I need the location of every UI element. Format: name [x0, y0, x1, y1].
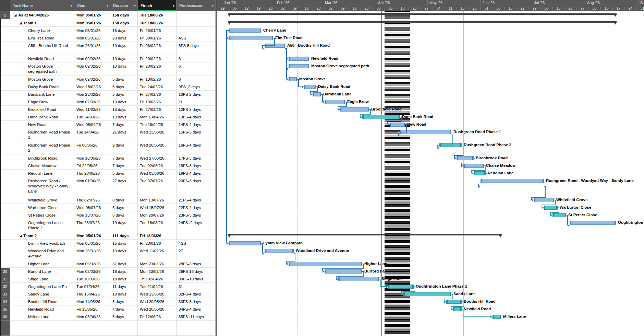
table-row[interactable]: Moston GroveMon 09/02/265 daysFri 13/02/…	[0, 76, 216, 83]
column-header-task-name[interactable]: Task Name▾	[10, 0, 74, 11]
gantt-bar[interactable]	[338, 277, 379, 281]
timeline-week-label: 27	[576, 5, 588, 11]
table-row[interactable]: Cherry LaneMon 05/01/2615 daysFri 23/01/…	[0, 27, 216, 34]
gantt-bar[interactable]	[534, 198, 554, 202]
gantt-bar[interactable]	[388, 285, 414, 289]
timeline-month-label: May '26	[429, 0, 442, 5]
link-line	[463, 148, 463, 155]
summary-bar[interactable]	[228, 13, 617, 15]
gantt-bar[interactable]	[493, 315, 501, 319]
predecessors-cell	[177, 328, 216, 336]
gantt-bar[interactable]	[400, 130, 451, 134]
row-number-header[interactable]	[0, 0, 10, 11]
bar-end-cap	[484, 172, 485, 175]
row-number: 30	[0, 268, 10, 275]
timeline-week-label: 02	[325, 5, 337, 11]
column-header-start[interactable]: Start▾	[74, 0, 110, 11]
table-row[interactable]: A56 - Booths Hill RoadMon 26/01/2610 day…	[0, 42, 216, 55]
table-row[interactable]: 33Sandy LaneThu 16/04/2619 daysWed 13/05…	[0, 290, 216, 298]
gantt-bar[interactable]	[457, 156, 474, 160]
table-row[interactable]: 30Burford LaneMon 02/03/2616 daysMon 23/…	[0, 268, 216, 275]
gantt-bar[interactable]	[570, 221, 616, 225]
gantt-bar[interactable]	[304, 85, 316, 89]
expand-collapse-icon[interactable]: ◢	[20, 21, 22, 26]
gantt-bar[interactable]	[265, 249, 294, 253]
gantt-bar[interactable]	[289, 64, 309, 68]
gantt-bar[interactable]	[463, 164, 484, 168]
table-row[interactable]: Rushgreen Road Phase 1Tue 14/04/2621 day…	[0, 128, 216, 141]
gantt-bar[interactable]	[229, 241, 261, 245]
table-row[interactable]: 2◢As at 04/04/2026Mon 05/01/26158 daysTu…	[0, 11, 216, 19]
gantt-bar[interactable]	[313, 92, 321, 96]
table-row[interactable]: 36Millers LaneMon 08/06/265 daysFri 12/0…	[0, 313, 216, 321]
table-row[interactable]: Brookfield RoadWed 11/03/2613 daysFri 27…	[0, 106, 216, 113]
table-row[interactable]	[0, 321, 216, 328]
summary-bar[interactable]	[228, 21, 617, 23]
table-row[interactable]: Whitefield GroveThu 02/07/268 daysMon 13…	[0, 196, 216, 204]
table-row[interactable]: Elm Tree RoadMon 05/01/2620 daysFri 30/0…	[0, 34, 216, 42]
table-row[interactable]: Woodland Drive and AvenueMon 26/01/2613 …	[0, 247, 216, 260]
table-row[interactable]: Moston Grove segregated pathMon 09/02/26…	[0, 62, 216, 76]
bar-label: Warburton Close	[560, 205, 591, 210]
gantt-bar[interactable]	[229, 28, 261, 33]
table-row[interactable]: Lymm View FootpathMon 05/01/2615 daysFri…	[0, 240, 216, 247]
filter-dropdown-icon[interactable]: ▾	[134, 0, 136, 11]
table-row[interactable]: Daisy Bank RoadWed 18/02/265 daysTue 24/…	[0, 83, 216, 91]
table-row[interactable]: Newfield RoadMon 09/02/2610 daysFri 20/0…	[0, 55, 216, 62]
finish-cell: Fri 13/02/26	[138, 76, 177, 83]
gantt-bar[interactable]	[289, 57, 309, 61]
table-row[interactable]: Warburton CloseWed 08/07/266 daysWed 15/…	[0, 204, 216, 211]
gantt-bar[interactable]	[362, 115, 400, 119]
gantt-bar[interactable]	[325, 100, 345, 104]
gantt-bar[interactable]	[544, 206, 558, 210]
table-row[interactable]: Chaise MeadowFri 22/05/267 daysTue 02/06…	[0, 162, 216, 170]
filter-dropdown-icon[interactable]: ▾	[212, 0, 214, 11]
gantt-bar[interactable]	[446, 300, 462, 304]
summary-bar[interactable]	[228, 234, 502, 235]
filter-dropdown-icon[interactable]: ▾	[173, 0, 174, 11]
gantt-bar[interactable]	[390, 123, 405, 127]
bar-label: Eagle Brow	[347, 100, 369, 104]
bar-start-cap	[404, 292, 405, 296]
table-row[interactable]: Rushgreen Road Phase 2Fri 08/05/269 days…	[0, 141, 216, 154]
gantt-bar[interactable]	[340, 107, 369, 112]
column-header-finish[interactable]: Finish▾	[138, 0, 177, 11]
table-row[interactable]: Birchbrook RoadMon 18/05/267 daysWed 27/…	[0, 154, 216, 162]
row-number: 35	[0, 305, 10, 313]
table-row[interactable]: New RoadWed 08/04/267 daysThu 16/04/2614…	[0, 121, 216, 128]
filter-dropdown-icon[interactable]: ▾	[71, 0, 72, 11]
gantt-bar[interactable]	[325, 269, 362, 274]
table-row[interactable]: ◢Team 1Mon 05/01/26158 daysTue 18/08/26	[0, 19, 216, 27]
table-row[interactable]: Dane Bank RoadTue 24/03/2613 daysMon 13/…	[0, 113, 216, 121]
gantt-bar[interactable]	[229, 36, 273, 40]
gantt-bar[interactable]	[474, 171, 486, 175]
table-row[interactable]: Rushgreen Road - Woodyatt Way - Sandy La…	[0, 177, 216, 196]
expand-collapse-icon[interactable]: ◢	[20, 233, 22, 239]
table-row[interactable]: 32Oughtrington Lane PhTue 07/04/2611 day…	[0, 283, 216, 290]
expand-collapse-icon[interactable]: ◢	[14, 13, 16, 18]
table-row[interactable]: Oughtrington Lane - Phase 2Thu 23/07/261…	[0, 219, 216, 232]
table-row[interactable]: Higher LaneMon 09/02/2631 daysMon 23/03/…	[0, 260, 216, 268]
bar-label: Reddish Lane	[488, 171, 513, 176]
column-header-predecessors[interactable]: Predecessors▾	[177, 0, 216, 11]
gantt-bar[interactable]	[453, 307, 462, 311]
table-row[interactable]	[0, 328, 216, 336]
gantt-bar[interactable]	[289, 77, 297, 81]
duration-cell: 5 days	[110, 91, 138, 98]
task-name-cell: Cherry Lane	[10, 27, 74, 34]
table-row[interactable]: 31Stage LaneTue 10/03/2618 daysThu 02/04…	[0, 275, 216, 283]
table-row[interactable]: Barsbank LaneMon 23/02/265 daysFri 27/02…	[0, 91, 216, 98]
link-line	[463, 316, 490, 317]
column-header-duration[interactable]: Duration▾	[110, 0, 138, 11]
filter-dropdown-icon[interactable]: ▾	[107, 0, 108, 11]
table-row[interactable]: 34Booths Hill RoadMon 11/05/268 daysWed …	[0, 298, 216, 305]
gantt-bar[interactable]	[481, 179, 544, 183]
gantt-bar[interactable]	[403, 292, 451, 296]
table-row[interactable]: Reddish LaneThu 28/05/265 daysWed 03/06/…	[0, 170, 216, 177]
gantt-bar[interactable]	[552, 213, 566, 217]
table-row[interactable]: St Peters CloseMon 13/07/266 daysMon 20/…	[0, 211, 216, 219]
gantt-bar[interactable]	[289, 262, 362, 266]
table-row[interactable]: Eagle BrowMon 02/03/2610 daysFri 13/03/2…	[0, 98, 216, 106]
table-row[interactable]: ◢Team 2Mon 05/01/26111 daysFri 12/06/26	[0, 232, 216, 240]
table-row[interactable]: 35Newfield RoadFri 15/05/264 daysWed 20/…	[0, 305, 216, 313]
